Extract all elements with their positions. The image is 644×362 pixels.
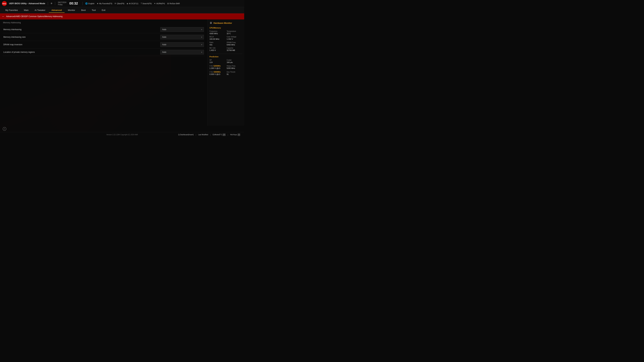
nav-bar: My Favorites Main Ai Tweaker Advanced Mo…	[0, 7, 244, 13]
setting-dropdown-memory-interleaving-size[interactable]: Auto ▾	[160, 35, 204, 39]
nav-my-favorites[interactable]: My Favorites	[3, 8, 20, 13]
nav-exit[interactable]: Exit	[99, 8, 108, 13]
time-display: 00:32	[70, 1, 78, 5]
hw-v4300-row: V for 4300MHz 0.930 V @L5 Dos Thresh 91	[210, 71, 242, 75]
ezmode-label: EzMode(F7)	[213, 134, 222, 136]
setting-row-memory-interleaving-size: Memory interleaving size Auto ▾	[3, 33, 204, 41]
nav-ai-tweaker[interactable]: Ai Tweaker	[32, 8, 48, 13]
info-icon: i	[3, 127, 6, 131]
datetime-block: 09/27/2024 Friday	[58, 1, 66, 6]
nav-boot[interactable]: Boot	[78, 8, 88, 13]
gear-icon[interactable]: ⚙	[51, 2, 52, 4]
chevron-down-icon-0: ▾	[201, 29, 202, 30]
setting-row-location-private-memory: Location of private memory regions Auto …	[3, 48, 204, 56]
topbar-resizebar-label: ReSize BAR	[170, 2, 180, 4]
aioc-icon: ◈	[126, 2, 128, 5]
fan-icon: ⟳	[114, 2, 116, 5]
nav-advanced[interactable]: Advanced	[49, 8, 64, 13]
hw-sp-row: SP 119 Cooler 166 pts	[210, 59, 242, 63]
info-row: i	[0, 126, 244, 132]
hw-core-voltage-label: Core Voltage 1.332 V	[227, 36, 242, 40]
top-divider-3	[82, 2, 82, 5]
back-arrow-icon[interactable]: ←	[2, 15, 5, 18]
hw-panel-title: Hardware Monitor	[214, 22, 232, 24]
hw-v5205-item: V for 5205MHz 1.260 V @L5	[210, 65, 225, 69]
topbar-aura-label: AURA(F4)	[156, 2, 165, 4]
hotkeys-label: Hot Keys	[230, 134, 237, 136]
topbar-english-label: English	[88, 2, 94, 4]
hw-monitor-panel: 🖥 Hardware Monitor CPU/Memory Frequency …	[207, 19, 244, 126]
day-display: Friday	[58, 3, 66, 6]
chevron-down-icon-2: ▾	[201, 44, 202, 45]
svg-text:ROG: ROG	[2, 3, 6, 5]
hw-bclk-label: BCLK 100.00 MHz	[210, 36, 225, 40]
nav-tool[interactable]: Tool	[89, 8, 98, 13]
hw-ratio-label: Ratio 43x	[210, 41, 225, 46]
breadcrumb: Advanced\AMD CBS\DF Common Options\Memor…	[6, 15, 62, 17]
hw-frequency-label: Frequency 4300 MHz	[210, 30, 225, 35]
hw-panel-header: 🖥 Hardware Monitor	[210, 21, 242, 24]
topbar-search-label: Search(F9)	[142, 2, 152, 4]
hw-v5205-row: V for 5205MHz 1.260 V @L5 Heavy Freq 520…	[210, 65, 242, 69]
monitor-icon: 🖥	[210, 21, 212, 24]
hw-dram-freq-label: DRAM Freq. 6400 MHz	[227, 41, 242, 46]
nav-monitor[interactable]: Monitor	[65, 8, 78, 13]
hw-sp-item: SP 119	[210, 59, 225, 63]
dropdown-value-location-private-memory: Auto	[162, 51, 166, 53]
hw-heavy-freq-item: Heavy Freq 5205 MHz	[227, 65, 242, 69]
setting-row-dram-map-inversion: DRAM map inversion Auto ▾	[3, 41, 204, 48]
topbar-aioc[interactable]: ◈ AI OC(F11)	[126, 2, 138, 5]
topbar-my-favorite[interactable]: ★ My Favorite(F3)	[97, 2, 112, 5]
last-modified-label: Last Modified	[198, 134, 208, 136]
setting-label-location-private-memory: Location of private memory regions	[3, 51, 35, 53]
qdashboard-label: Q-Dashboard(Insert)	[178, 134, 194, 136]
footer-sep-2: |	[210, 134, 211, 136]
favorite-icon: ★	[97, 2, 98, 5]
setting-label-memory-interleaving: Memory interleaving	[3, 28, 22, 31]
hw-cooler-item: Cooler 166 pts	[227, 59, 242, 63]
footer-sep-1: |	[196, 134, 196, 136]
hotkeys-icon: ?	[238, 134, 240, 136]
content-area: Memory Addressing Memory interleaving Au…	[0, 19, 207, 126]
date-display: 09/27/2024	[58, 1, 66, 3]
footer-last-modified[interactable]: Last Modified	[197, 133, 210, 136]
topbar-english[interactable]: 🌐 English	[85, 2, 94, 5]
footer-qdashboard[interactable]: Q-Dashboard(Insert)	[177, 133, 195, 136]
footer-ezmode[interactable]: EzMode(F7) ⏎	[211, 133, 227, 136]
globe-icon: 🌐	[85, 2, 88, 5]
top-divider	[48, 2, 48, 5]
hw-capacity-label: Capacity 32768 MB	[227, 47, 242, 51]
top-bar: ROG UEFI BIOS Utility - Advanced Mode ⚙ …	[0, 0, 244, 7]
topbar-resizebar[interactable]: ⊞ ReSize BAR	[167, 2, 180, 5]
main-layout: Memory Addressing Memory interleaving Au…	[0, 19, 244, 126]
hw-v4300-item: V for 4300MHz 0.930 V @L5	[210, 71, 225, 75]
prediction-section-title: Prediction	[210, 56, 242, 58]
hw-mc-volt-label: MC Volt. 1.403 V	[210, 47, 225, 51]
bios-title: UEFI BIOS Utility - Advanced Mode	[9, 2, 45, 5]
setting-row-memory-interleaving: Memory interleaving Auto ▾	[3, 26, 204, 33]
resizebar-icon: ⊞	[167, 2, 169, 5]
setting-label-memory-interleaving-size: Memory interleaving size	[3, 36, 26, 38]
topbar-qfan-label: Qfan(F6)	[117, 2, 124, 4]
rog-logo-icon: ROG	[2, 1, 7, 6]
dropdown-value-memory-interleaving-size: Auto	[162, 36, 166, 38]
topbar-aura[interactable]: ✦ AURA(F4)	[154, 2, 165, 5]
topbar-search[interactable]: ? Search(F9)	[141, 2, 152, 5]
hw-prediction-section: Prediction SP 119 Cooler 166 pts V for 5…	[210, 56, 242, 75]
hw-cpu-memory-grid: Frequency 4300 MHz Temperature 32°C BCLK…	[210, 30, 242, 51]
setting-dropdown-memory-interleaving[interactable]: Auto ▾	[160, 27, 204, 32]
setting-dropdown-location-private-memory[interactable]: Auto ▾	[160, 50, 204, 54]
footer-version: Version 2.22.1284 Copyright (C) 2024 AMI	[106, 134, 138, 136]
topbar-aioc-label: AI OC(F11)	[129, 2, 138, 4]
hw-dos-thresh-item: Dos Thresh 91	[227, 71, 242, 75]
top-bar-actions: 🌐 English ★ My Favorite(F3) ⟳ Qfan(F6) ◈…	[85, 2, 242, 5]
chevron-down-icon-3: ▾	[201, 51, 202, 53]
section-title: Memory Addressing	[3, 21, 204, 24]
aura-icon: ✦	[154, 2, 156, 5]
cpu-memory-section-title: CPU/Memory	[210, 27, 242, 29]
setting-dropdown-dram-map-inversion[interactable]: Auto ▾	[160, 42, 204, 47]
hw-temperature-label: Temperature 32°C	[227, 30, 242, 35]
topbar-qfan[interactable]: ⟳ Qfan(F6)	[114, 2, 124, 5]
footer-hotkeys[interactable]: Hot Keys ?	[229, 133, 242, 136]
nav-main[interactable]: Main	[21, 8, 31, 13]
